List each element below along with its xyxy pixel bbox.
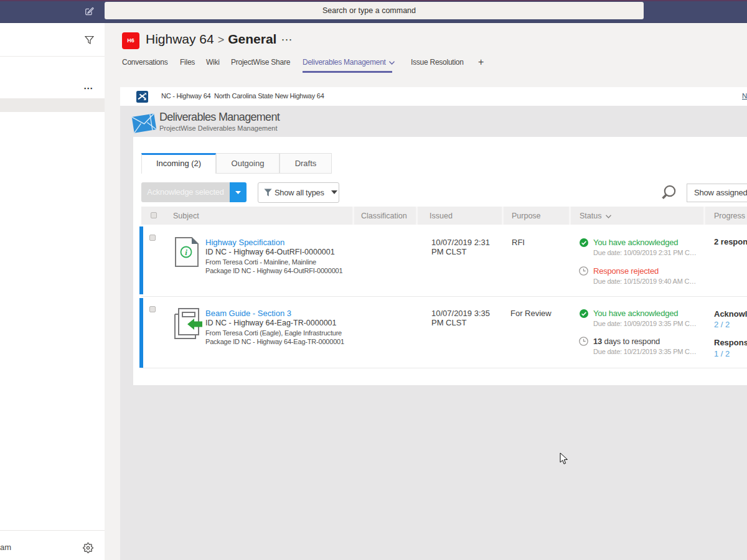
svg-text:i: i (185, 248, 187, 257)
